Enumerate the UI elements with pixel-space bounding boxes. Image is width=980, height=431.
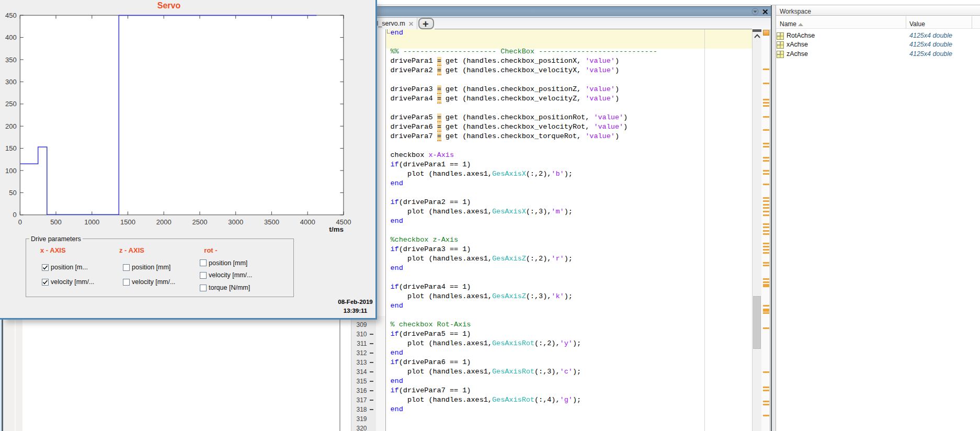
svg-text:100: 100 [5, 167, 17, 175]
svg-text:1000: 1000 [84, 218, 99, 226]
svg-text:250: 250 [5, 100, 17, 108]
svg-text:450: 450 [5, 12, 17, 19]
svg-text:3500: 3500 [264, 218, 279, 226]
svg-text:350: 350 [5, 56, 17, 64]
svg-text:50: 50 [9, 189, 16, 197]
svg-text:400: 400 [5, 33, 17, 41]
svg-text:500: 500 [50, 218, 62, 226]
svg-text:0: 0 [18, 218, 22, 226]
svg-text:150: 150 [5, 144, 17, 152]
svg-text:3000: 3000 [228, 218, 243, 226]
svg-text:1500: 1500 [120, 218, 135, 226]
svg-text:2000: 2000 [156, 218, 172, 226]
svg-text:300: 300 [5, 78, 17, 86]
svg-text:200: 200 [5, 122, 17, 130]
svg-text:0: 0 [13, 211, 17, 219]
svg-text:2500: 2500 [192, 218, 208, 226]
